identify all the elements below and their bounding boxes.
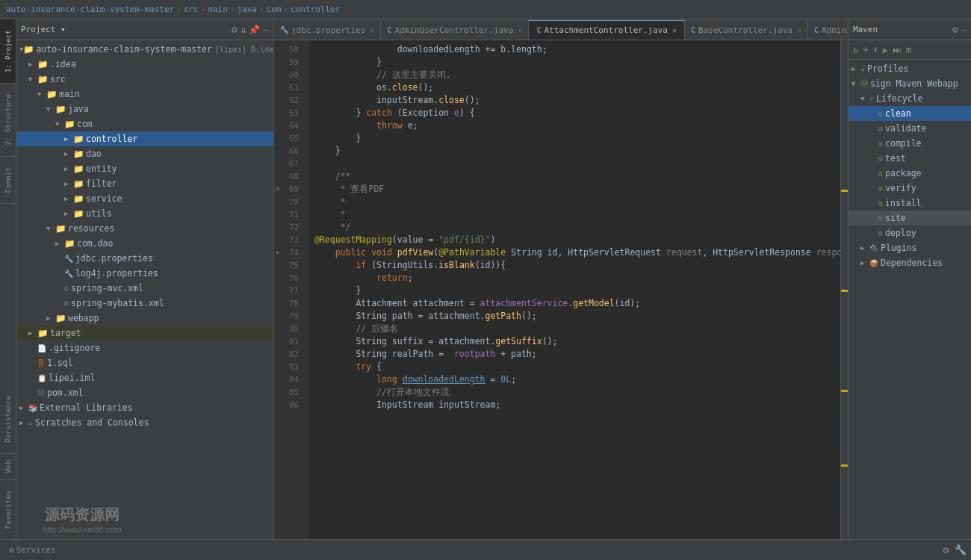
editor-area: 🔧 jdbc.properties ✕ C AdminUserControlle…: [274, 19, 848, 539]
tab-jdbc-properties[interactable]: 🔧 jdbc.properties ✕: [274, 20, 381, 40]
code-line-84: long downloadedLength = 0L;: [308, 373, 840, 386]
tree-item-spring-mvc[interactable]: ⚙ spring-mvc.xml: [16, 281, 273, 296]
tree-item-controller[interactable]: ▶ 📁 controller: [16, 131, 273, 146]
breadcrumb-sep-4: ›: [259, 4, 264, 14]
tree-item-main[interactable]: ▼ 📁 main: [16, 87, 273, 102]
sidebar-tab-persistence[interactable]: Persistence: [0, 385, 16, 454]
code-editor: 58 59 60 61 62 63 64 65 66 67 68 ≡ 69: [274, 40, 848, 539]
code-line-83: try {: [308, 361, 840, 373]
tree-item-log4j[interactable]: 🔧 log4j.properties: [16, 266, 273, 281]
tree-item-webapp[interactable]: ▶ 📁 webapp: [16, 311, 273, 326]
maven-settings-icon[interactable]: ⚙: [952, 24, 958, 35]
code-line-74: public void pdfView(@PathVariable String…: [308, 246, 840, 259]
tab-admin-investigation[interactable]: C AdminInvestigationControl... ▼: [808, 20, 848, 40]
code-line-65: }: [308, 132, 840, 145]
left-vertical-tabs: 1: Project 2: Structure Commit Persisten…: [0, 19, 16, 539]
tree-item-external-libraries[interactable]: ▶ 📚 External Libraries: [16, 400, 273, 415]
maven-lifecycle-package[interactable]: ⚙ package: [849, 166, 971, 181]
tree-item-idea[interactable]: ▶ 📁 .idea: [16, 57, 273, 72]
tree-item-filter[interactable]: ▶ 📁 filter: [16, 176, 273, 191]
tree-item-pom[interactable]: Ⓜ pom.xml: [16, 385, 273, 400]
tree-item-gitignore[interactable]: 📄 .gitignore: [16, 340, 273, 355]
code-line-63: } catch (Exception e) {: [308, 107, 840, 119]
breadcrumb-part-1[interactable]: auto-insurance-claim-system-master: [6, 4, 174, 14]
maven-header: Maven ⚙ —: [849, 19, 971, 40]
tree-item-utils[interactable]: ▶ 📁 utils: [16, 206, 273, 221]
tree-item-target[interactable]: ▶ 📁 target: [16, 326, 273, 340]
tree-item-resources[interactable]: ▼ 📁 resources: [16, 221, 273, 236]
code-line-61: os.close();: [308, 81, 840, 94]
code-line-62: inputStream.close();: [308, 94, 840, 107]
tab-close-attachment[interactable]: ✕: [672, 26, 677, 34]
tree-item-com-dao[interactable]: ▶ 📁 com.dao: [16, 236, 273, 251]
breadcrumb-part-5[interactable]: com: [267, 4, 282, 14]
tree-item-scratches[interactable]: ▶ ✏ Scratches and Consoles: [16, 415, 273, 430]
sidebar-tab-commit[interactable]: Commit: [0, 157, 16, 204]
sidebar-tab-project[interactable]: 1: Project: [0, 19, 16, 84]
maven-run-icon[interactable]: ▶: [881, 43, 890, 57]
tree-item-dao[interactable]: ▶ 📁 dao: [16, 146, 273, 161]
maven-lifecycle-compile[interactable]: ⚙ compile: [849, 136, 971, 151]
maven-lifecycle-deploy[interactable]: ⚙ deploy: [849, 225, 971, 240]
sidebar-tab-favorites[interactable]: Favorites: [0, 480, 16, 539]
maven-download-icon[interactable]: ⬇: [871, 43, 879, 57]
maven-item-lifecycle[interactable]: ▼ ⚡ Lifecycle: [849, 91, 971, 106]
sidebar-tab-web[interactable]: Web: [0, 454, 16, 479]
close-panel-icon[interactable]: —: [263, 24, 269, 35]
tab-base-controller[interactable]: C BaseController.java ✕: [685, 20, 808, 40]
tab-admin-user-controller[interactable]: C AdminUserController.java ✕: [381, 20, 529, 40]
maven-expand-icon[interactable]: m: [905, 43, 913, 57]
tree-item-jdbc[interactable]: 🔧 jdbc.properties: [16, 251, 273, 266]
maven-lifecycle-verify[interactable]: ⚙ verify: [849, 181, 971, 196]
maven-item-plugins[interactable]: ▶ 🔌 Plugins: [849, 240, 971, 255]
maven-item-dependencies[interactable]: ▶ 📦 Dependencies: [849, 255, 971, 270]
maven-lifecycle-validate[interactable]: ⚙ validate: [849, 121, 971, 136]
code-line-68: /**: [308, 170, 840, 183]
breadcrumb-sep-5: ›: [283, 4, 288, 14]
breadcrumb-part-4[interactable]: java: [237, 4, 257, 14]
project-panel: Project ▾ ⚙ ⇊ 📌 — ▼ 📁 auto-insurance-cla…: [16, 19, 274, 539]
code-content[interactable]: downloadedLength += b.length; } // 这里主要关…: [308, 40, 840, 539]
tree-item-src[interactable]: ▼ 📁 src: [16, 72, 273, 87]
tab-close-admin-user[interactable]: ✕: [518, 26, 522, 34]
bottom-gear-icon[interactable]: 🔧: [955, 544, 967, 556]
code-line-64: throw e;: [308, 119, 840, 132]
right-scroll-bar[interactable]: [840, 40, 848, 539]
tree-item-entity[interactable]: ▶ 📁 entity: [16, 161, 273, 176]
tree-item-sql[interactable]: 🗄 1.sql: [16, 355, 273, 370]
settings-icon[interactable]: ⚙: [232, 24, 238, 35]
maven-add-icon[interactable]: +: [861, 43, 869, 57]
maven-lifecycle-clean[interactable]: ⚙ clean: [849, 106, 971, 121]
tree-item-lipei-iml[interactable]: 📋 lipei.iml: [16, 370, 273, 385]
pin-icon[interactable]: 📌: [249, 25, 260, 35]
tree-item-root[interactable]: ▼ 📁 auto-insurance-claim-system-master […: [16, 42, 273, 57]
maven-lifecycle-test[interactable]: ⚙ test: [849, 151, 971, 166]
breadcrumb-part-3[interactable]: main: [208, 4, 228, 14]
code-line-85: //打开本地文件流: [308, 386, 840, 399]
tree-item-spring-mybatis[interactable]: ⚙ spring-mybatis.xml: [16, 296, 273, 311]
tree-item-service[interactable]: ▶ 📁 service: [16, 191, 273, 206]
tab-close-jdbc[interactable]: ✕: [370, 26, 374, 34]
maven-lifecycle-site[interactable]: ⚙ site: [849, 211, 971, 225]
maven-item-profiles[interactable]: ▶ ★ Profiles: [849, 61, 971, 76]
maven-close-icon[interactable]: —: [961, 25, 967, 35]
sidebar-tab-structure[interactable]: 2: Structure: [0, 84, 16, 157]
maven-tree: ▶ ★ Profiles ▼ Ⓜ sign Maven Webapp ▼ ⚡ L…: [849, 60, 971, 539]
maven-skip-icon[interactable]: ⏭: [891, 43, 903, 57]
maven-item-sign-maven-webapp[interactable]: ▼ Ⓜ sign Maven Webapp: [849, 76, 971, 91]
collapse-all-icon[interactable]: ⇊: [241, 25, 246, 35]
code-line-73: @RequestMapping(value = "pdf/{id}"): [308, 234, 840, 246]
breadcrumb-part-2[interactable]: src: [184, 4, 199, 14]
code-line-80: // 后缀名: [308, 323, 840, 335]
maven-title: Maven: [853, 25, 949, 34]
bottom-settings-icon[interactable]: ⚙: [943, 544, 949, 556]
breadcrumb-part-6[interactable]: controller: [291, 4, 340, 14]
tree-item-com[interactable]: ▼ 📁 com: [16, 116, 273, 131]
tab-attachment-controller[interactable]: C AttachmentController.java ✕: [529, 20, 685, 40]
bottom-tab-services[interactable]: ⚙ Services: [4, 544, 61, 556]
maven-lifecycle-install[interactable]: ⚙ install: [849, 196, 971, 211]
maven-refresh-icon[interactable]: ↻: [851, 43, 860, 57]
code-line-72: */: [308, 221, 840, 234]
tree-item-java[interactable]: ▼ 📁 java: [16, 102, 273, 116]
tab-close-base[interactable]: ✕: [797, 26, 801, 34]
